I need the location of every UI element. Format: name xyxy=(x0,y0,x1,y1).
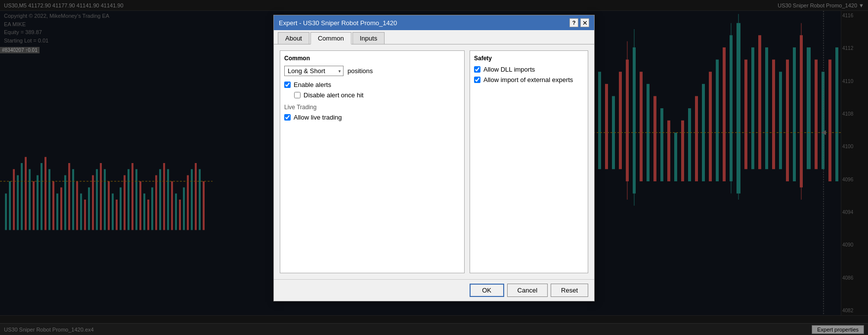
positions-dropdown-wrapper[interactable]: Long & Short Long Only Short Only xyxy=(284,66,344,76)
expert-dialog: Expert - US30 Sniper Robot Promo_1420 ? … xyxy=(273,15,595,301)
positions-dropdown[interactable]: Long & Short Long Only Short Only xyxy=(284,66,344,76)
modal-overlay: Expert - US30 Sniper Robot Promo_1420 ? … xyxy=(0,0,868,335)
tabs-bar: About Common Inputs xyxy=(274,30,594,44)
enable-alerts-checkbox[interactable] xyxy=(284,82,291,88)
tab-common[interactable]: Common xyxy=(310,32,351,44)
allow-live-trading-checkbox[interactable] xyxy=(284,114,291,121)
live-trading-label: Live Trading xyxy=(284,104,460,111)
disable-alert-label: Disable alert once hit xyxy=(304,91,363,99)
modal-body: Common Long & Short Long Only Short Only… xyxy=(274,44,594,279)
reset-button[interactable]: Reset xyxy=(551,284,588,297)
ok-button[interactable]: OK xyxy=(470,284,504,297)
allow-dll-imports-row: Allow DLL imports xyxy=(474,66,584,73)
allow-import-external-checkbox[interactable] xyxy=(474,77,480,83)
allow-dll-imports-checkbox[interactable] xyxy=(474,66,480,73)
titlebar-buttons: ? ✕ xyxy=(569,18,589,27)
positions-label: positions xyxy=(347,67,373,75)
help-button[interactable]: ? xyxy=(569,18,578,27)
modal-footer: OK Cancel Reset xyxy=(274,279,594,301)
allow-live-trading-label: Allow live trading xyxy=(294,114,342,121)
allow-import-external-label: Allow import of external experts xyxy=(483,76,573,84)
common-panel-title: Common xyxy=(284,55,460,62)
modal-titlebar: Expert - US30 Sniper Robot Promo_1420 ? … xyxy=(274,15,594,30)
safety-panel-title: Safety xyxy=(474,55,584,62)
cancel-button[interactable]: Cancel xyxy=(507,284,548,297)
tab-about[interactable]: About xyxy=(278,32,309,44)
safety-panel: Safety Allow DLL imports Allow import of… xyxy=(470,50,588,273)
close-button[interactable]: ✕ xyxy=(580,18,589,27)
allow-import-external-row: Allow import of external experts xyxy=(474,76,584,84)
enable-alerts-label: Enable alerts xyxy=(294,81,331,88)
tab-inputs[interactable]: Inputs xyxy=(352,32,385,44)
allow-live-trading-row: Allow live trading xyxy=(284,114,460,121)
disable-alert-row: Disable alert once hit xyxy=(294,91,460,99)
enable-alerts-row: Enable alerts xyxy=(284,81,460,88)
common-panel: Common Long & Short Long Only Short Only… xyxy=(280,50,465,273)
disable-alert-checkbox[interactable] xyxy=(294,92,301,98)
modal-title: Expert - US30 Sniper Robot Promo_1420 xyxy=(279,19,397,27)
allow-dll-imports-label: Allow DLL imports xyxy=(483,66,535,73)
positions-row: Long & Short Long Only Short Only positi… xyxy=(284,66,460,76)
